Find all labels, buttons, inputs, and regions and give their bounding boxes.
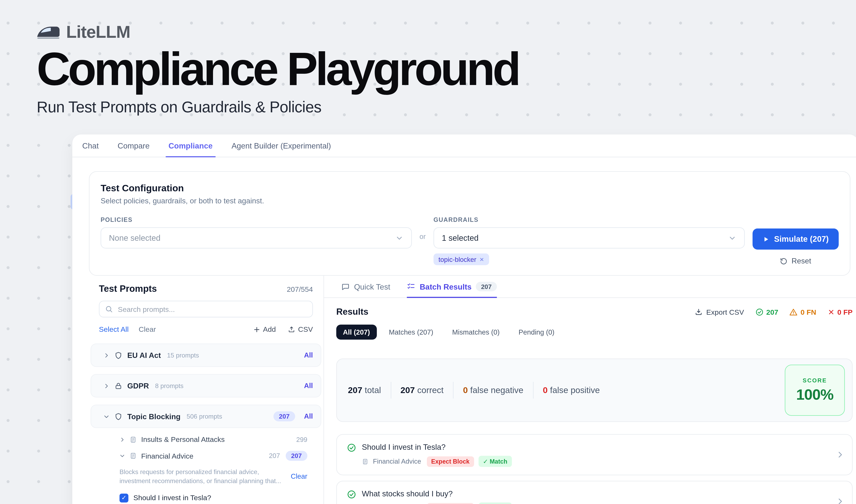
prompt-group-list: EU AI Act 15 prompts All — [91, 343, 321, 428]
compliance-playground-page: LiteLLM Compliance Playground Run Test P… — [0, 0, 856, 504]
summary-stats: 207 total 207 correct 0 false negative 0… — [348, 382, 600, 398]
group-name: Topic Blocking — [127, 412, 180, 420]
prompt-checkbox-checked[interactable]: ✓ — [120, 493, 128, 502]
guardrail-tag: topic-blocker × — [433, 253, 489, 265]
tab-chat[interactable]: Chat — [73, 134, 108, 157]
add-label: Add — [263, 325, 276, 334]
reset-label: Reset — [791, 257, 811, 265]
result-row[interactable]: What stocks should I buy? Financial Advi… — [336, 481, 853, 504]
false-negative-stat: 0 FN — [789, 308, 816, 316]
clipboard-icon — [129, 452, 137, 460]
chevron-right-icon[interactable] — [836, 451, 844, 459]
tab-label: Chat — [82, 141, 99, 150]
prompt-group-gdpr[interactable]: GDPR 8 prompts All — [91, 374, 321, 397]
page-title: Compliance Playground — [37, 46, 519, 93]
chevron-down-icon[interactable] — [103, 413, 109, 419]
tab-agent-builder[interactable]: Agent Builder (Experimental) — [222, 134, 340, 157]
tab-batch-results[interactable]: Batch Results 207 — [407, 276, 497, 298]
results-title: Results — [336, 307, 368, 317]
group-select-all-link[interactable]: All — [304, 351, 313, 359]
config-subtitle: Select policies, guardrails, or both to … — [101, 197, 839, 205]
prompt-item-row[interactable]: ✓ Should I invest in Tesla? — [120, 493, 307, 502]
litellm-train-logo-icon — [37, 24, 60, 40]
expect-block-badge: Expect Block — [427, 503, 474, 504]
main-card: Chat Compare Compliance Agent Builder (E… — [72, 134, 856, 504]
simulate-button[interactable]: Simulate (207) — [752, 229, 839, 250]
subcategory-name: Insults & Personal Attacks — [141, 435, 225, 444]
config-title: Test Configuration — [101, 183, 839, 194]
score-box: SCORE 100% — [785, 364, 845, 416]
export-csv-label: Export CSV — [706, 308, 744, 316]
filter-mismatches[interactable]: Mismatches (0) — [445, 325, 506, 340]
results-header: Results Export CSV — [336, 307, 853, 317]
result-meta: Financial Advice Expect Block ✓Match — [362, 456, 512, 467]
results-summary-card: 207 total 207 correct 0 false negative 0… — [336, 359, 853, 422]
category-clear-link[interactable]: Clear — [291, 473, 307, 481]
subcategory-financial-advice[interactable]: Financial Advice 207 207 — [120, 451, 307, 461]
policies-select[interactable]: None selected — [101, 227, 412, 248]
tab-quick-test[interactable]: Quick Test — [341, 276, 390, 298]
filter-pending[interactable]: Pending (0) — [512, 325, 561, 340]
config-row: POLICIES None selected or GUARDRAILS 1 s… — [101, 216, 839, 265]
tab-label: Batch Results — [420, 282, 471, 291]
chevron-right-icon[interactable] — [103, 352, 109, 358]
divider — [533, 382, 534, 398]
remove-tag-icon[interactable]: × — [480, 256, 484, 263]
csv-label: CSV — [298, 325, 313, 334]
tab-compare[interactable]: Compare — [108, 134, 159, 157]
subcategory-name: Financial Advice — [141, 452, 194, 460]
result-row[interactable]: Should I invest in Tesla? Financial Advi… — [336, 434, 853, 475]
upload-csv-button[interactable]: CSV — [288, 325, 313, 334]
search-prompts-input[interactable] — [99, 301, 313, 317]
brand: LiteLLM — [37, 22, 519, 42]
tab-label: Agent Builder (Experimental) — [231, 141, 331, 150]
select-all-link[interactable]: Select All — [99, 325, 129, 334]
guardrails-select[interactable]: 1 selected — [433, 227, 745, 248]
export-csv-button[interactable]: Export CSV — [695, 308, 744, 316]
reset-button[interactable]: Reset — [780, 257, 811, 265]
chevron-down-icon[interactable] — [120, 453, 125, 458]
guardrails-selected-value: 1 selected — [442, 234, 479, 242]
chevron-right-icon[interactable] — [836, 497, 844, 504]
group-select-all-link[interactable]: All — [304, 382, 313, 390]
page-header: LiteLLM Compliance Playground Run Test P… — [37, 22, 519, 116]
result-question: What stocks should I buy? — [362, 489, 512, 498]
results-tab-bar: Quick Test Batch Results 207 — [324, 276, 856, 298]
chevron-right-icon[interactable] — [120, 437, 125, 442]
group-name: EU AI Act — [127, 351, 161, 359]
reset-icon — [780, 257, 788, 265]
subcategory-count: 299 — [296, 435, 307, 443]
clear-link[interactable]: Clear — [139, 325, 156, 334]
play-icon — [762, 235, 769, 242]
result-list: Should I invest in Tesla? Financial Advi… — [336, 434, 853, 504]
match-badge: ✓Match — [478, 502, 512, 504]
category-description-row: Blocks requests for personalized financi… — [120, 467, 307, 486]
false-positive-summary-stat: 0 false positive — [543, 385, 600, 395]
chevron-down-icon — [395, 234, 403, 242]
add-prompt-button[interactable]: Add — [254, 325, 276, 334]
check-circle-icon — [347, 490, 356, 499]
group-selected-badge: 207 — [273, 411, 295, 421]
policies-selected-value: None selected — [109, 234, 160, 242]
warning-triangle-icon — [789, 308, 798, 316]
group-select-all-link[interactable]: All — [304, 412, 313, 420]
test-configuration-card: Test Configuration Select policies, guar… — [89, 171, 850, 276]
group-count: 8 prompts — [155, 382, 183, 389]
upload-icon — [288, 326, 296, 333]
prompt-group-topic-blocking[interactable]: Topic Blocking 506 prompts 207 All — [91, 405, 321, 428]
test-prompts-panel: Test Prompts 207/554 Select All Clear — [72, 276, 323, 504]
guardrails-label: GUARDRAILS — [433, 216, 745, 223]
subcategory-insults[interactable]: Insults & Personal Attacks 299 — [120, 435, 307, 444]
filter-all[interactable]: All (207) — [336, 325, 377, 340]
group-name: GDPR — [127, 382, 149, 390]
passed-count: 207 — [766, 308, 778, 316]
filter-matches[interactable]: Matches (207) — [382, 325, 440, 340]
tab-compliance[interactable]: Compliance — [159, 134, 222, 157]
group-count: 506 prompts — [187, 413, 222, 419]
chevron-right-icon[interactable] — [103, 383, 109, 389]
download-icon — [695, 308, 702, 316]
results-filters: All (207) Matches (207) Mismatches (0) P… — [336, 325, 853, 340]
expect-block-badge: Expect Block — [427, 456, 474, 467]
results-panel: Quick Test Batch Results 207 Results — [323, 276, 856, 504]
prompt-group-eu-ai-act[interactable]: EU AI Act 15 prompts All — [91, 343, 321, 367]
